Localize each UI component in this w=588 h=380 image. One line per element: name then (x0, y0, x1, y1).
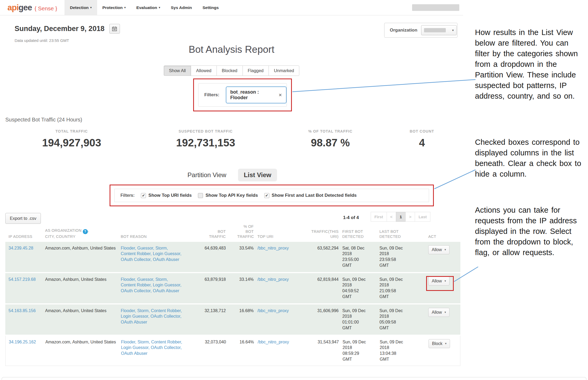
nav-item-detection[interactable]: Detection ▾ (64, 0, 97, 15)
nav-item-label: Evaluation (136, 5, 157, 10)
nav-item-evaluation[interactable]: Evaluation ▾ (131, 0, 166, 15)
nav-item-sys-admin[interactable]: Sys Admin (166, 0, 197, 15)
tab-show-all[interactable]: Show All (164, 65, 191, 76)
table-header-row: IP ADDRESS AS ORGANIZATION ?, CITY, COUN… (5, 224, 460, 242)
bot-traffic-cell: 32,073,040 (187, 336, 230, 366)
bot-reason-links[interactable]: Flooder, Guessor, Storm, Content Robber,… (121, 246, 181, 262)
organization-panel: Organization ▾ (384, 23, 457, 38)
top-uri-link[interactable]: /bbc_nitro_proxy (257, 308, 289, 313)
help-icon[interactable]: ? (83, 229, 88, 234)
bot-reason-cell: Flooder, Guessor, Storm, Content Robber,… (121, 242, 187, 272)
bot-reason-links[interactable]: Flooder, Storm, Content Robber, Login Gu… (121, 308, 182, 325)
nav-item-label: Detection (70, 5, 89, 10)
nav-item-label: Settings (202, 5, 219, 10)
pager-prev-button[interactable]: < (387, 212, 396, 222)
ip-link[interactable]: 54.157.219.68 (8, 277, 36, 282)
bot-reason-links[interactable]: Flooder, Guessor, Storm, Content Robber,… (121, 277, 181, 293)
tab-list-view[interactable]: List View (238, 169, 277, 181)
organization-select[interactable]: ▾ (421, 25, 457, 35)
sense-label: { Sense } (34, 5, 57, 12)
action-label: Allow (432, 310, 442, 315)
chevron-down-icon: ▾ (452, 28, 454, 32)
bot-reason-links[interactable]: Flooder, Storm, Content Robber, Login Gu… (121, 340, 182, 356)
nav-item-label: Sys Admin (171, 5, 192, 10)
first-detected-cell: Sat, 08 Dec 2018 23:55:00 GMT (342, 242, 379, 272)
checkbox-show-top-api-key[interactable]: Show Top API Key fields (198, 193, 258, 198)
tab-allowed[interactable]: Allowed (191, 65, 217, 76)
filter-chip-bot-reason[interactable]: bot_reason : Flooder ✕ (226, 86, 287, 103)
traffic-uri-cell: 31,543,947 (299, 336, 343, 366)
top-uri-link[interactable]: /bbc_nitro_proxy (258, 340, 289, 344)
org-cell: Amazon.com, Ashburn, United States (45, 336, 121, 366)
top-uri-cell: /bbc_nitro_proxy (257, 273, 299, 303)
ip-cell: 54.157.219.68 (5, 273, 45, 303)
action-dropdown[interactable]: Block ▾ (429, 339, 450, 348)
action-cell: Block ▾ (417, 336, 461, 366)
col-header-text: TRAFFIC(THIS URI) (309, 229, 339, 239)
traffic-uri-cell: 63,562,294 (299, 242, 342, 272)
stat-total-traffic: TOTAL TRAFFIC 194,927,903 (19, 129, 125, 149)
ip-cell: 34.239.45.28 (5, 242, 45, 272)
first-detected-text: Sun, 09 Dec 2018 01:01:00 GMT (342, 308, 367, 331)
nav-item-label: Protection (102, 5, 123, 10)
table-row: 54.163.85.156 Amazon, Ashburn, United St… (5, 304, 460, 335)
first-detected-cell: Sun, 09 Dec 2018 04:59:52 GMT (342, 273, 379, 303)
col-header-act: ACT (417, 234, 460, 239)
col-header-last-bot-detected: LAST BOT DETECTED (379, 229, 417, 239)
report-date-line: Sunday, December 9, 2018 (15, 24, 120, 34)
ip-link[interactable]: 34.239.45.28 (8, 246, 33, 250)
checkbox-show-first-last-bot[interactable]: ✔ Show First and Last Bot Detected field… (264, 193, 357, 198)
stat-label: TOTAL TRAFFIC (19, 129, 125, 133)
table-row: 54.157.219.68 Amazon, Ashburn, United St… (5, 273, 460, 303)
report-date: Sunday, December 9, 2018 (15, 25, 105, 33)
nav-item-settings[interactable]: Settings (197, 0, 224, 15)
annotation-checkbox-note: Checked boxes correspond to displayed co… (475, 137, 586, 179)
column-filters-bar: Filters: ✔ Show Top URI fields Show Top … (114, 189, 429, 202)
nav-items: Detection ▾ Protection ▾ Evaluation ▾ Sy… (64, 0, 224, 15)
annotation-box-action-dropdown (426, 276, 454, 291)
checkbox-unchecked-icon[interactable] (198, 193, 203, 198)
traffic-uri-cell: 62,819,844 (299, 273, 342, 303)
ip-link[interactable]: 54.163.85.156 (8, 308, 36, 313)
nav-item-protection[interactable]: Protection ▾ (97, 0, 131, 15)
pager-first-button[interactable]: First (371, 212, 387, 222)
filters-bar: Filters: bot_reason : Flooder ✕ (198, 83, 287, 107)
stat-pct-total-traffic: % OF TOTAL TRAFFIC 98.87 % (277, 129, 383, 149)
stat-value: 98.87 % (277, 137, 383, 149)
export-csv-button[interactable]: Export to .csv (5, 213, 41, 224)
col-header-text: % OF BOT TRAFFIC (237, 224, 254, 239)
action-dropdown[interactable]: Allow ▾ (428, 245, 449, 254)
top-uri-link[interactable]: /bbc_nitro_proxy (257, 277, 289, 282)
pager-last-button[interactable]: Last (415, 212, 430, 222)
chevron-down-icon: ▾ (159, 6, 160, 9)
top-uri-link[interactable]: /bbc_nitro_proxy (257, 246, 289, 250)
last-detected-text: Sun, 09 Dec 2018 21:09:58 GMT (379, 277, 404, 300)
top-uri-cell: /bbc_nitro_proxy (258, 336, 299, 366)
last-detected-cell: Sun, 09 Dec 2018 21:09:58 GMT (379, 273, 417, 303)
pagination: First < 1 > Last (371, 212, 430, 222)
checkbox-show-top-uri[interactable]: ✔ Show Top URI fields (141, 193, 192, 198)
pager-next-button[interactable]: > (405, 212, 415, 222)
chevron-down-icon: ▾ (444, 311, 446, 314)
tab-flagged[interactable]: Flagged (243, 65, 269, 76)
col-header-ip: IP ADDRESS (5, 234, 45, 239)
checkbox-checked-icon[interactable]: ✔ (141, 193, 146, 198)
table-row: 34.239.45.28 Amazon.com, Ashburn, United… (5, 242, 460, 272)
ip-link[interactable]: 34.196.25.162 (9, 340, 36, 344)
pager-page-1-button[interactable]: 1 (396, 212, 405, 222)
logo-api: api (7, 3, 19, 12)
chevron-down-icon: ▾ (445, 342, 447, 345)
close-icon[interactable]: ✕ (279, 93, 282, 98)
annotation-action-note: Actions you can take for requests from t… (475, 205, 586, 258)
chevron-down-icon: ▾ (124, 6, 126, 9)
org-cell: Amazon, Ashburn, United States (45, 304, 121, 335)
tab-blocked[interactable]: Blocked (217, 65, 243, 76)
tab-partition-view[interactable]: Partition View (186, 169, 228, 181)
first-detected-text: Sun, 09 Dec 2018 08:59:29 GMT (343, 339, 367, 362)
ip-cell: 34.196.25.162 (6, 336, 45, 366)
action-dropdown[interactable]: Allow ▾ (428, 308, 449, 317)
checkbox-checked-icon[interactable]: ✔ (264, 193, 269, 198)
tab-unmarked[interactable]: Unmarked (269, 65, 299, 76)
action-cell: Allow ▾ (417, 242, 460, 272)
calendar-button[interactable] (109, 24, 120, 34)
